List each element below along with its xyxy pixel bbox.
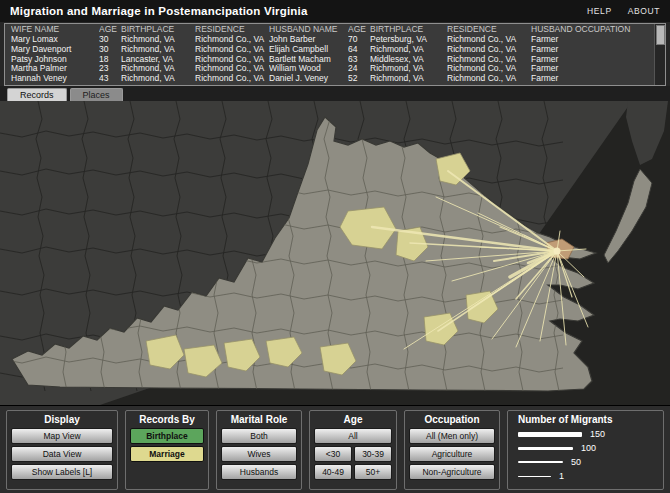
table-cell: Richmond Co., VA bbox=[195, 35, 269, 45]
both-button[interactable]: Both bbox=[221, 428, 297, 444]
table-cell: William Wood bbox=[269, 64, 348, 74]
section-title: Marital Role bbox=[231, 414, 288, 426]
table-cell: Richmond, VA bbox=[121, 35, 195, 45]
table-row[interactable]: Martha Palmer23Richmond, VARichmond Co.,… bbox=[5, 64, 665, 74]
legend-label: 100 bbox=[581, 443, 596, 453]
legend-row: 100 bbox=[518, 442, 596, 454]
column-header: WIFE NAME bbox=[11, 24, 99, 35]
age-all-button[interactable]: All bbox=[314, 428, 392, 444]
app-window: Migration and Marriage in Postemancipati… bbox=[0, 0, 670, 493]
legend-label: 50 bbox=[571, 457, 581, 467]
help-link[interactable]: HELP bbox=[587, 6, 612, 16]
legend-line-1 bbox=[518, 476, 551, 477]
data-view-button[interactable]: Data View bbox=[11, 446, 113, 462]
tab-places[interactable]: Places bbox=[70, 88, 123, 101]
marital-role-section: Marital Role Both Wives Husbands bbox=[216, 410, 302, 490]
husbands-button[interactable]: Husbands bbox=[221, 464, 297, 480]
table-cell: Richmond Co., VA bbox=[195, 55, 269, 65]
column-header: BIRTHPLACE bbox=[121, 24, 195, 35]
birthplace-button[interactable]: Birthplace bbox=[130, 428, 204, 444]
legend-line-50 bbox=[518, 461, 563, 463]
column-header: AGE bbox=[99, 24, 121, 35]
table-row[interactable]: Mary Davenport30Richmond, VARichmond Co.… bbox=[5, 45, 665, 55]
table-cell: 24 bbox=[348, 64, 370, 74]
agriculture-button[interactable]: Agriculture bbox=[409, 446, 495, 462]
table-row[interactable]: Hannah Veney43Richmond, VARichmond Co., … bbox=[5, 74, 665, 84]
section-title: Occupation bbox=[424, 414, 479, 426]
table-cell: 23 bbox=[99, 64, 121, 74]
table-cell: John Barber bbox=[269, 35, 348, 45]
age-section: Age All <30 30-39 40-49 50+ bbox=[309, 410, 397, 490]
about-link[interactable]: ABOUT bbox=[628, 6, 660, 16]
column-header: RESIDENCE bbox=[195, 24, 269, 35]
table-cell: 63 bbox=[348, 55, 370, 65]
table-cell: Farmer bbox=[531, 55, 653, 65]
table-cell: Elijah Campbell bbox=[269, 45, 348, 55]
age-50-plus-button[interactable]: 50+ bbox=[354, 464, 392, 480]
title-bar: Migration and Marriage in Postemancipati… bbox=[0, 0, 670, 22]
legend-row: 1 bbox=[518, 470, 564, 482]
records-by-section: Records By Birthplace Marriage bbox=[125, 410, 209, 490]
age-30-39-button[interactable]: 30-39 bbox=[354, 446, 392, 462]
legend-row: 150 bbox=[518, 428, 605, 440]
table-cell: Richmond Co., VA bbox=[447, 64, 531, 74]
table-cell: 43 bbox=[99, 74, 121, 84]
table-cell: 30 bbox=[99, 35, 121, 45]
table-cell: 18 bbox=[99, 55, 121, 65]
table-cell: 70 bbox=[348, 35, 370, 45]
table-cell: Martha Palmer bbox=[11, 64, 99, 74]
table-cell: Richmond, VA bbox=[370, 74, 447, 84]
flow-origin-point bbox=[554, 248, 561, 255]
virginia-map[interactable] bbox=[0, 101, 670, 405]
table-cell: Richmond, VA bbox=[121, 74, 195, 84]
table-cell: Richmond Co., VA bbox=[195, 64, 269, 74]
age-button-grid: <30 30-39 40-49 50+ bbox=[314, 446, 392, 480]
marriage-button[interactable]: Marriage bbox=[130, 446, 204, 462]
legend-row: 50 bbox=[518, 456, 581, 468]
section-title: Records By bbox=[139, 414, 195, 426]
legend-label: 150 bbox=[590, 429, 605, 439]
table-cell: Richmond Co., VA bbox=[447, 55, 531, 65]
table-cell: 52 bbox=[348, 74, 370, 84]
table-cell: Middlesex, VA bbox=[370, 55, 447, 65]
table-body: Mary Lomax30Richmond, VARichmond Co., VA… bbox=[5, 35, 665, 84]
section-title: Age bbox=[344, 414, 363, 426]
column-header: HUSBAND NAME bbox=[269, 24, 348, 35]
table-cell: Richmond, VA bbox=[370, 45, 447, 55]
wives-button[interactable]: Wives bbox=[221, 446, 297, 462]
table-row[interactable]: Mary Lomax30Richmond, VARichmond Co., VA… bbox=[5, 35, 665, 45]
occupation-all-button[interactable]: All (Men only) bbox=[409, 428, 495, 444]
legend-label: 1 bbox=[559, 471, 564, 481]
table-cell: Petersburg, VA bbox=[370, 35, 447, 45]
table-scrollbar[interactable] bbox=[654, 24, 665, 85]
view-tabs: Records Places bbox=[0, 86, 670, 101]
column-header: HUSBAND OCCUPATION bbox=[531, 24, 653, 35]
table-cell: Mary Lomax bbox=[11, 35, 99, 45]
table-row[interactable]: Patsy Johnson18Lancaster, VARichmond Co.… bbox=[5, 55, 665, 65]
table-header-row: WIFE NAME AGE BIRTHPLACE RESIDENCE HUSBA… bbox=[5, 24, 665, 35]
non-agriculture-button[interactable]: Non-Agriculture bbox=[409, 464, 495, 480]
table-cell: Richmond, VA bbox=[121, 45, 195, 55]
table-cell: Lancaster, VA bbox=[121, 55, 195, 65]
table-cell: Richmond Co., VA bbox=[195, 74, 269, 84]
table-cell: 64 bbox=[348, 45, 370, 55]
age-under-30-button[interactable]: <30 bbox=[314, 446, 352, 462]
table-cell: Richmond, VA bbox=[370, 64, 447, 74]
legend-line-150 bbox=[518, 432, 582, 437]
page-title: Migration and Marriage in Postemancipati… bbox=[10, 5, 308, 17]
table-cell: Richmond Co., VA bbox=[447, 74, 531, 84]
occupation-section: Occupation All (Men only) Agriculture No… bbox=[404, 410, 500, 490]
table-cell: 30 bbox=[99, 45, 121, 55]
table-cell: Richmond Co., VA bbox=[195, 45, 269, 55]
table-cell: Patsy Johnson bbox=[11, 55, 99, 65]
table-cell: Farmer bbox=[531, 35, 653, 45]
table-cell: Richmond Co., VA bbox=[447, 35, 531, 45]
display-section: Display Map View Data View Show Labels [… bbox=[6, 410, 118, 490]
age-40-49-button[interactable]: 40-49 bbox=[314, 464, 352, 480]
table-cell: Bartlett Macham bbox=[269, 55, 348, 65]
show-labels-button[interactable]: Show Labels [L] bbox=[11, 464, 113, 480]
control-panel: Display Map View Data View Show Labels [… bbox=[0, 405, 670, 493]
scrollbar-thumb[interactable] bbox=[656, 25, 665, 45]
map-view-button[interactable]: Map View bbox=[11, 428, 113, 444]
tab-records[interactable]: Records bbox=[7, 88, 67, 101]
